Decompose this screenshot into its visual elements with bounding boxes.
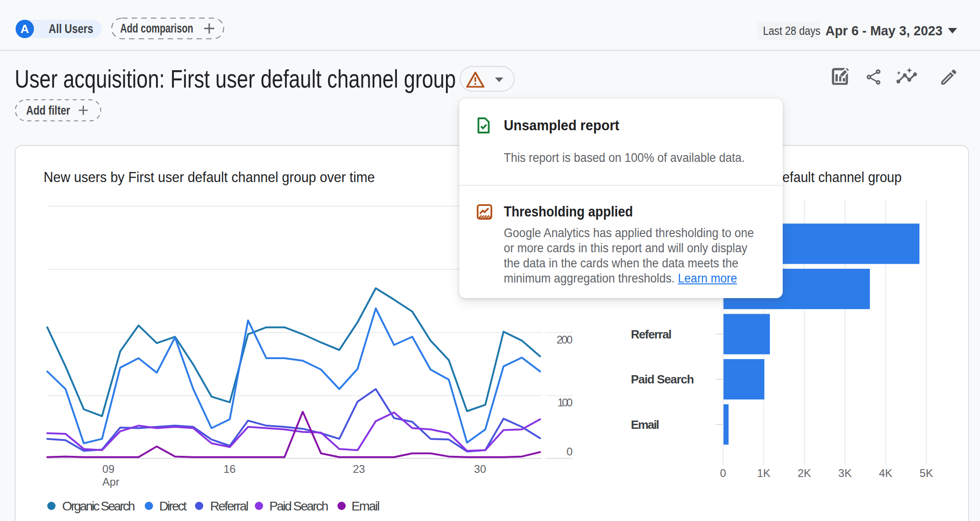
svg-text:Referral: Referral bbox=[631, 327, 672, 341]
svg-text:Email: Email bbox=[631, 418, 659, 432]
svg-text:23: 23 bbox=[353, 463, 365, 475]
svg-text:Direct: Direct bbox=[159, 499, 187, 513]
svg-text:16: 16 bbox=[223, 463, 236, 475]
svg-text:Paid Search: Paid Search bbox=[631, 372, 694, 386]
svg-text:30: 30 bbox=[474, 463, 486, 475]
svg-text:Referral: Referral bbox=[210, 499, 249, 513]
svg-text:Paid Search: Paid Search bbox=[269, 499, 329, 513]
svg-text:Apr: Apr bbox=[102, 476, 119, 488]
svg-text:0: 0 bbox=[567, 445, 573, 458]
svg-text:200: 200 bbox=[557, 333, 573, 346]
svg-text:5K: 5K bbox=[919, 467, 933, 479]
svg-text:0: 0 bbox=[720, 467, 726, 479]
svg-text:100: 100 bbox=[557, 396, 573, 409]
svg-text:Organic Search: Organic Search bbox=[62, 499, 135, 513]
svg-text:3K: 3K bbox=[838, 467, 852, 479]
svg-text:Email: Email bbox=[351, 499, 380, 513]
svg-text:1K: 1K bbox=[757, 467, 770, 479]
svg-text:4K: 4K bbox=[879, 467, 892, 479]
svg-text:09: 09 bbox=[102, 463, 115, 475]
svg-text:2K: 2K bbox=[798, 467, 811, 479]
